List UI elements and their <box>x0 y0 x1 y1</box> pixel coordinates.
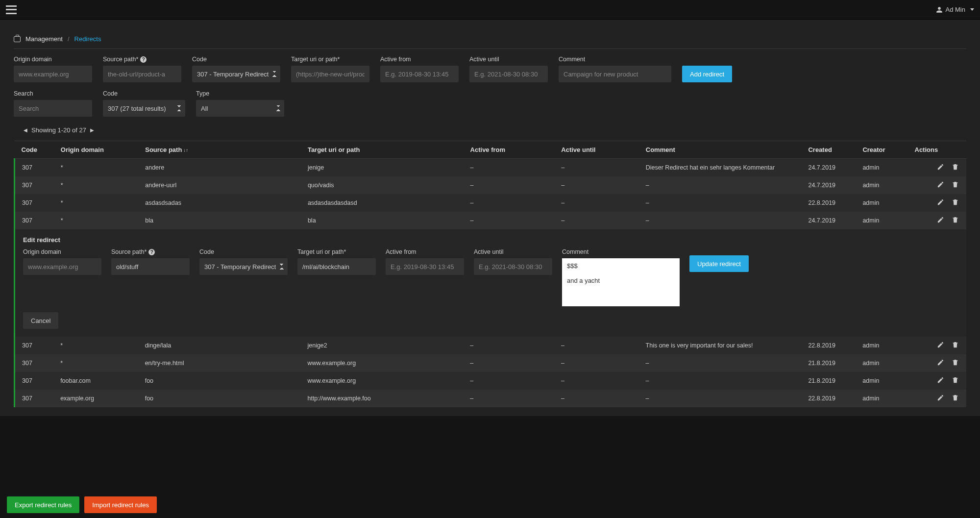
trash-icon[interactable] <box>952 181 959 189</box>
cell-active-from: – <box>464 212 555 229</box>
edit-icon[interactable] <box>937 163 945 171</box>
cell-created: 24.7.2019 <box>801 159 856 177</box>
cell-created: 21.8.2019 <box>801 354 856 372</box>
active-until-label: Active until <box>469 56 548 63</box>
breadcrumb-current: Redirects <box>74 35 101 43</box>
cell-active-from: – <box>464 159 555 177</box>
cell-active-from: – <box>463 337 554 354</box>
edit-icon[interactable] <box>937 376 945 384</box>
edit-icon[interactable] <box>937 359 945 367</box>
table-row: 307*andere-uurlquo/vadis–––24.7.2019admi… <box>15 176 967 194</box>
active-until-input[interactable] <box>469 66 548 82</box>
cell-comment: – <box>639 354 802 372</box>
search-input[interactable] <box>14 100 92 117</box>
edit-comment-textarea[interactable]: $$$ and a yacht <box>562 258 680 306</box>
edit-comment-label: Comment <box>562 248 680 255</box>
edit-origin-input[interactable] <box>23 258 101 275</box>
origin-input[interactable] <box>14 66 92 82</box>
trash-icon[interactable] <box>952 198 959 206</box>
col-creator[interactable]: Creator <box>856 141 907 159</box>
col-created[interactable]: Created <box>801 141 856 159</box>
table-row: 307foobar.comfoowww.example.org–––21.8.2… <box>15 372 967 390</box>
edit-icon[interactable] <box>937 181 945 189</box>
cell-active-until: – <box>554 159 638 177</box>
cell-comment: – <box>639 390 802 407</box>
filter-code-label: Code <box>103 90 185 97</box>
cell-code: 307 <box>15 159 54 177</box>
cell-actions <box>908 390 967 407</box>
edit-icon[interactable] <box>937 198 945 206</box>
cell-comment: – <box>639 194 802 212</box>
cell-active-until: – <box>554 372 639 390</box>
cell-code: 307 <box>15 212 54 229</box>
help-icon[interactable]: ? <box>140 56 147 63</box>
edit-active-from-input[interactable] <box>386 258 464 275</box>
edit-active-until-input[interactable] <box>474 258 552 275</box>
cell-actions <box>908 354 967 372</box>
add-redirect-button[interactable]: Add redirect <box>682 66 732 82</box>
cell-active-from: – <box>464 176 555 194</box>
trash-icon[interactable] <box>952 359 959 367</box>
edit-source-input[interactable] <box>111 258 190 275</box>
breadcrumb-root[interactable]: Management <box>25 35 63 43</box>
col-active-from[interactable]: Active from <box>464 141 555 159</box>
trash-icon[interactable] <box>952 341 959 349</box>
help-icon[interactable]: ? <box>148 249 155 255</box>
cell-origin: example.org <box>53 390 138 407</box>
user-menu[interactable]: Ad Min <box>936 6 974 13</box>
col-origin[interactable]: Origin domain <box>54 141 138 159</box>
cell-comment: Dieser Redirect hat ein sehr langes Komm… <box>639 159 802 177</box>
breadcrumb: Management / Redirects <box>14 28 966 49</box>
update-redirect-button[interactable]: Update redirect <box>689 255 749 272</box>
col-code[interactable]: Code <box>15 141 54 159</box>
col-active-until[interactable]: Active until <box>554 141 638 159</box>
col-source[interactable]: Source path↓↑ <box>138 141 301 159</box>
trash-icon[interactable] <box>952 216 959 224</box>
cell-origin: * <box>53 354 138 372</box>
cancel-button[interactable]: Cancel <box>23 312 58 329</box>
col-target[interactable]: Target uri or path <box>301 141 464 159</box>
edit-code-select[interactable]: 307 - Temporary Redirect <box>199 258 288 275</box>
cell-active-from: – <box>463 354 554 372</box>
active-from-input[interactable] <box>380 66 459 82</box>
pager: ◀ Showing 1-20 of 27 ▶ <box>14 124 966 139</box>
code-label: Code <box>192 56 280 63</box>
cell-target: www.example.org <box>300 372 463 390</box>
col-comment[interactable]: Comment <box>639 141 802 159</box>
cell-active-until: – <box>554 390 639 407</box>
source-label: Source path*? <box>103 56 181 63</box>
pager-prev-icon[interactable]: ◀ <box>24 127 27 133</box>
cell-origin: foobar.com <box>53 372 138 390</box>
cell-created: 22.8.2019 <box>801 337 856 354</box>
cell-active-until: – <box>554 337 639 354</box>
chevron-down-icon <box>970 8 974 11</box>
col-actions: Actions <box>908 141 967 159</box>
target-input[interactable] <box>291 66 369 82</box>
edit-icon[interactable] <box>937 394 945 402</box>
pager-next-icon[interactable]: ▶ <box>90 127 94 133</box>
edit-target-input[interactable] <box>297 258 376 275</box>
cell-target: bla <box>301 212 464 229</box>
cell-creator: admin <box>856 194 907 212</box>
code-select[interactable]: 307 - Temporary Redirect <box>192 66 280 82</box>
cell-active-from: – <box>464 194 555 212</box>
edit-active-from-label: Active from <box>386 248 464 255</box>
trash-icon[interactable] <box>952 376 959 384</box>
table-row: 307*asdasdsadasasdasdasdasdasd–––22.8.20… <box>15 194 967 212</box>
cell-target: quo/vadis <box>301 176 464 194</box>
cell-code: 307 <box>15 390 54 407</box>
trash-icon[interactable] <box>952 163 959 171</box>
cell-active-from: – <box>463 390 554 407</box>
hamburger-menu-icon[interactable] <box>6 5 17 14</box>
filter-type-select[interactable]: All <box>196 100 284 117</box>
trash-icon[interactable] <box>952 394 959 402</box>
edit-icon[interactable] <box>937 341 945 349</box>
briefcase-icon <box>14 36 21 42</box>
source-input[interactable] <box>103 66 181 82</box>
edit-icon[interactable] <box>937 216 945 224</box>
comment-input[interactable] <box>559 66 671 82</box>
edit-redirect-panel: Edit redirect Origin domain Source path*… <box>14 229 966 337</box>
edit-origin-label: Origin domain <box>23 248 101 255</box>
edit-target-label: Target uri or path* <box>297 248 376 255</box>
filter-code-select[interactable]: 307 (27 total results) <box>103 100 185 117</box>
